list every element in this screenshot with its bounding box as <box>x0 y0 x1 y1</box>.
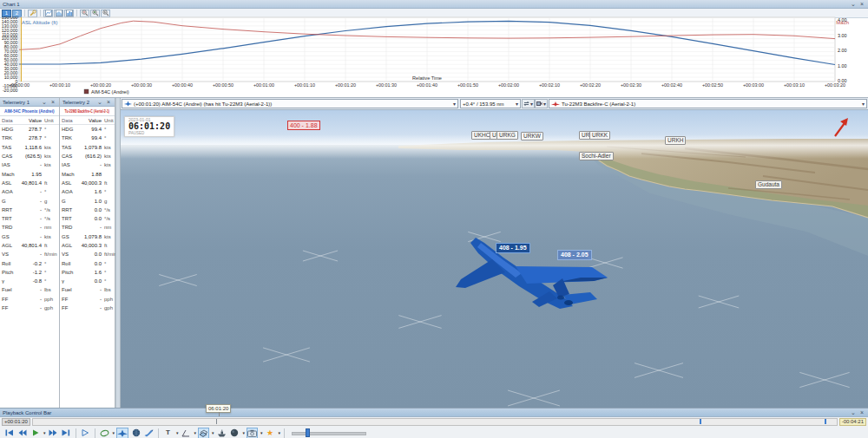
svg-text:+00:00:30: +00:00:30 <box>131 82 152 88</box>
telemetry-cell: kts <box>42 154 57 159</box>
measure-tool-button[interactable] <box>181 428 192 438</box>
seek-track[interactable] <box>32 418 838 426</box>
telemetry-cell: G <box>62 199 76 204</box>
bookmark-button[interactable]: ★ <box>265 428 276 438</box>
enemy-aircraft-tag[interactable]: 400 - 1.88 <box>287 121 320 130</box>
event-mark[interactable] <box>700 419 702 424</box>
secondary-object-select[interactable]: Tu-22M3 Backfire-C (Aerial-2-1) ▾ <box>549 99 867 108</box>
terrain-globe-button[interactable] <box>229 428 240 438</box>
layers-dropdown[interactable]: ▾ <box>212 430 214 435</box>
3d-view-header: (+00:01:20) AIM-54C (Andrei) (has hit Tu… <box>121 98 868 110</box>
event-mark[interactable] <box>825 419 827 424</box>
orbit-camera-button[interactable] <box>99 428 110 438</box>
close-icon[interactable]: × <box>105 99 112 105</box>
telemetry-row: FF-gph <box>0 304 59 312</box>
telemetry-cell: ft <box>102 243 113 248</box>
chart-panel: Chart 1 ⌄ × 1 2 <box>0 0 868 99</box>
skip-end-button[interactable] <box>61 428 72 438</box>
globe-camera-button[interactable] <box>130 428 141 438</box>
svg-text:AIM-54C (Andrei): AIM-54C (Andrei) <box>91 89 129 95</box>
pin-icon[interactable]: ⌄ <box>41 99 48 105</box>
telemetry-cell: 0.0 <box>76 216 102 221</box>
3d-scene[interactable]: 2023-01-01 06:01:20 PAUSED 400 - 1.88 UK… <box>121 110 868 409</box>
telemetry-cell: Fuel <box>2 287 16 292</box>
skip-start-button[interactable] <box>3 428 15 438</box>
telemetry-row: TRK99.4° <box>60 134 115 142</box>
fast-forward-button[interactable] <box>48 428 59 438</box>
telemetry1-titlebar[interactable]: Telemetry 1 ⌄ × <box>0 98 59 107</box>
svg-text:+00:02:40: +00:02:40 <box>661 82 682 88</box>
rewind-icon <box>18 429 27 436</box>
aircraft-camera-button[interactable] <box>116 428 128 438</box>
playhead-tooltip[interactable]: 06:01:20 <box>206 404 231 413</box>
pin-icon[interactable]: ⌄ <box>96 99 103 105</box>
close-icon[interactable]: × <box>858 1 865 7</box>
globe-icon <box>132 428 141 437</box>
svg-text:2.00: 2.00 <box>838 48 847 53</box>
screenshot-button[interactable] <box>247 428 258 438</box>
bearing-range-box[interactable]: +0.4° / 153.95 nm ▾ <box>460 99 521 108</box>
weapon-camera-button[interactable] <box>143 428 155 438</box>
svg-text:+00:01:30: +00:01:30 <box>376 82 397 88</box>
telemetry-cell: AOA <box>62 189 76 194</box>
telemetry-cell: Mach <box>2 172 16 177</box>
label-size-dropdown[interactable]: ▾ <box>176 430 179 435</box>
label-size-button[interactable]: T <box>162 428 174 438</box>
telemetry-cell: CAS <box>2 154 16 159</box>
realtime-play-button[interactable] <box>80 428 91 438</box>
telemetry-cell: FF <box>62 305 76 311</box>
chart-titlebar[interactable]: Chart 1 ⌄ × <box>0 0 868 9</box>
close-icon[interactable]: × <box>49 99 56 105</box>
telemetry-cell: pph <box>42 297 57 302</box>
telemetry-cell: RRT <box>62 207 76 212</box>
step-back-button[interactable] <box>16 428 28 438</box>
secondary-object-tag[interactable]: 408 - 2.05 <box>557 250 592 260</box>
telemetry-cell: ° <box>102 135 113 141</box>
swap-icon <box>523 101 529 107</box>
layers-button[interactable] <box>198 428 209 438</box>
telemetry-row: TRD-nm <box>60 223 115 232</box>
bookmark-dropdown[interactable]: ▾ <box>279 430 281 435</box>
fighter-jet-icon <box>117 429 128 437</box>
playhead[interactable] <box>216 419 218 424</box>
bar-chart-icon <box>66 10 73 16</box>
slider-track <box>292 432 366 435</box>
telemetry-row: RRT0.0°/s <box>60 206 115 214</box>
telemetry-cell: - <box>76 297 102 302</box>
telemetry-cell: ° <box>42 135 57 141</box>
telemetry-cell: HDG <box>62 127 76 132</box>
altitude-mach-chart[interactable]: +00:00:00+00:00:10+00:00:20+00:00:30+00:… <box>0 16 868 97</box>
telemetry1-header: Data Value Unit <box>0 116 59 125</box>
close-icon[interactable]: × <box>858 409 865 415</box>
playback-titlebar[interactable]: Playback Control Bar ⌄ × <box>0 409 868 417</box>
selected-object-tag[interactable]: 408 - 1.95 <box>496 243 530 253</box>
orbit-icon <box>100 429 109 437</box>
screenshot-dropdown[interactable]: ▾ <box>260 430 263 435</box>
skip-start-icon <box>5 429 14 436</box>
svg-text:Relative Time: Relative Time <box>412 75 442 81</box>
telemetry-cell: Roll <box>62 261 76 266</box>
speed-slider[interactable] <box>292 428 366 437</box>
camera-mode-button[interactable]: ▾ <box>535 99 548 108</box>
play-button[interactable] <box>30 428 41 438</box>
measure-dropdown[interactable]: ▾ <box>194 430 197 435</box>
swap-objects-button[interactable]: ▾ <box>522 99 535 108</box>
chevron-down-icon: ▾ <box>453 101 456 107</box>
telemetry-cell: gph <box>42 305 57 311</box>
telemetry2-titlebar[interactable]: Telemetry 2 ⌄ × <box>60 98 115 107</box>
ship-labels-button[interactable] <box>216 428 227 438</box>
orbit-dropdown[interactable]: ▾ <box>113 430 115 435</box>
camera-object-select[interactable]: (+00:01:20) AIM-54C (Andrei) (has hit Tu… <box>122 99 458 108</box>
slider-thumb[interactable] <box>306 428 310 437</box>
telemetry-cell: °/s <box>102 207 113 212</box>
area-chart-icon <box>56 10 62 16</box>
telemetry-cell: Pitch <box>62 270 76 275</box>
pin-icon[interactable]: ⌄ <box>850 409 857 415</box>
telemetry-row: Mach1.88 <box>60 169 115 178</box>
svg-text:+00:01:50: +00:01:50 <box>457 82 478 88</box>
telemetry1-object-name: AIM-54C Phoenix (Andrei) <box>0 107 59 116</box>
telemetry-cell: 278.7 <box>16 135 42 141</box>
terrain-dropdown[interactable]: ▾ <box>243 430 246 435</box>
pin-icon[interactable]: ⌄ <box>850 1 857 7</box>
play-speed-dropdown[interactable]: ▾ <box>43 430 46 435</box>
